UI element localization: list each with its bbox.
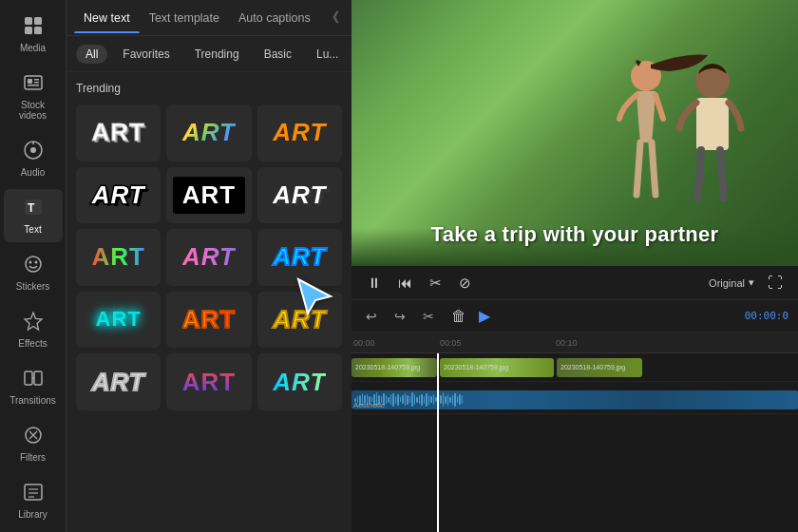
filter-lu[interactable]: Lu... — [307, 45, 348, 64]
sidebar-item-filters[interactable]: Filters — [4, 417, 63, 470]
svg-point-28 — [695, 64, 730, 98]
undo-button[interactable]: ↩ — [361, 307, 382, 326]
timeline-tracks: 20230518-140759.jpg 20230518-140759.jpg … — [352, 353, 798, 532]
sidebar-item-media[interactable]: Media — [4, 8, 63, 61]
art-card-1[interactable]: ART — [76, 104, 161, 162]
art-card-3[interactable]: ART — [257, 104, 342, 162]
track-row-audio: // Generate audio bars inline const wave… — [352, 386, 798, 414]
fullscreen-button[interactable]: ⛶ — [764, 273, 787, 294]
art-card-10[interactable]: ART — [76, 292, 161, 349]
art-grid: ART ART ART ART ART ART AR — [76, 104, 342, 410]
timeline-controls: ↩ ↪ ✂ 🗑 ▶ 00:00:0 — [352, 300, 798, 332]
split-button[interactable]: ⊘ — [455, 273, 475, 294]
play-timeline-button[interactable]: ▶ — [479, 307, 490, 325]
clip-label: 20230518-140759.jpg — [355, 364, 420, 370]
sidebar-item-audio[interactable]: Audio — [4, 132, 63, 185]
track-clip-2[interactable]: 20230518-140759.jpg — [440, 358, 554, 377]
svg-marker-17 — [25, 313, 42, 330]
quality-dropdown-icon: ▾ — [749, 276, 754, 289]
svg-text:T: T — [28, 201, 35, 215]
sidebar-item-label: Effects — [18, 338, 47, 349]
sidebar-item-label: Media — [20, 43, 46, 53]
art-card-5[interactable]: ART — [166, 167, 251, 224]
art-text: ART — [182, 242, 236, 272]
rewind-button[interactable]: ⏮ — [394, 273, 416, 293]
video-controls-bar: ⏸ ⏮ ✂ ⊘ Original ▾ ⛶ — [352, 266, 798, 300]
main-right: Take a trip with your partner ⏸ ⏮ ✂ ⊘ Or… — [352, 0, 798, 532]
tab-new-text[interactable]: New text — [74, 4, 140, 32]
svg-rect-1 — [34, 17, 42, 25]
track-row-clips: 20230518-140759.jpg 20230518-140759.jpg … — [352, 353, 798, 382]
redo-button[interactable]: ↪ — [390, 307, 410, 326]
sidebar-item-effects[interactable]: Effects — [4, 303, 63, 356]
scissors-button[interactable]: ✂ — [426, 273, 446, 294]
track-clip-1[interactable]: 20230518-140759.jpg — [352, 358, 437, 377]
svg-point-14 — [26, 256, 41, 272]
art-text: ART — [182, 305, 236, 334]
sidebar-item-label: Stickers — [16, 281, 50, 292]
filter-all[interactable]: All — [76, 45, 107, 64]
video-background: Take a trip with your partner — [352, 0, 798, 266]
art-card-9[interactable]: ART — [257, 229, 342, 286]
sidebar-item-label: Text — [24, 224, 41, 235]
sidebar-item-transitions[interactable]: Transitions — [4, 360, 63, 413]
filter-favorites[interactable]: Favorites — [113, 45, 179, 64]
art-text: ART — [273, 242, 326, 272]
track-clip-3[interactable]: 20230518-140759.jpg — [557, 358, 642, 377]
art-card-11[interactable]: ART — [166, 292, 251, 349]
art-card-13[interactable]: ART — [76, 353, 161, 410]
tab-auto-captions[interactable]: Auto captions — [229, 4, 320, 32]
art-card-2[interactable]: ART — [166, 104, 251, 162]
svg-rect-4 — [25, 76, 42, 89]
art-card-6[interactable]: ART — [257, 167, 342, 224]
timeline: ↩ ↪ ✂ 🗑 ▶ 00:00:0 00:00 00:05 00:10 2023… — [352, 300, 798, 532]
timeline-ruler: 00:00 00:05 00:10 — [352, 332, 798, 353]
art-text: ART — [96, 307, 142, 332]
library-icon — [23, 482, 44, 505]
stock-videos-icon — [23, 72, 44, 96]
tab-text-template[interactable]: Text template — [140, 4, 229, 32]
pause-button[interactable]: ⏸ — [363, 273, 385, 293]
stickers-icon — [23, 254, 44, 277]
playhead[interactable] — [437, 353, 439, 532]
art-text: ART — [273, 305, 326, 334]
svg-rect-29 — [696, 98, 729, 150]
quality-badge[interactable]: Original ▾ — [709, 276, 754, 289]
art-text: ART — [173, 177, 245, 214]
clip-label: 20230518-140759.jpg — [560, 364, 625, 370]
svg-point-16 — [34, 261, 37, 264]
filter-basic[interactable]: Basic — [255, 45, 301, 64]
quality-label: Original — [709, 277, 745, 289]
time-display: 00:00:0 — [745, 310, 788, 322]
sidebar-item-stock-videos[interactable]: Stock videos — [4, 65, 63, 128]
art-card-12[interactable]: ART — [257, 292, 342, 349]
art-card-15[interactable]: ART — [257, 353, 342, 410]
sidebar-item-stickers[interactable]: Stickers — [4, 246, 63, 299]
couple-scene-svg — [560, 48, 770, 238]
scissors-tl-button[interactable]: ✂ — [418, 307, 439, 326]
audio-track[interactable]: // Generate audio bars inline const wave… — [352, 390, 798, 409]
svg-rect-6 — [28, 85, 39, 86]
text-panel: New text Text template Auto captions 《 A… — [66, 0, 352, 532]
art-card-7[interactable]: ART — [76, 229, 161, 286]
svg-rect-0 — [25, 17, 32, 25]
sidebar-item-library[interactable]: Library — [4, 474, 63, 527]
media-icon — [23, 15, 44, 39]
video-caption: Take a trip with your partner — [352, 222, 798, 247]
audio-icon — [23, 140, 44, 163]
sidebar-item-label: Library — [18, 509, 48, 520]
ruler-mark-2: 00:10 — [556, 338, 578, 348]
filter-trending[interactable]: Trending — [185, 45, 249, 64]
sidebar-item-text[interactable]: T Text — [4, 189, 63, 242]
art-card-14[interactable]: ART — [166, 353, 251, 410]
svg-rect-19 — [34, 371, 42, 385]
svg-rect-3 — [34, 27, 42, 34]
tabs-more-icon[interactable]: 《 — [320, 6, 345, 30]
art-card-8[interactable]: ART — [166, 229, 251, 286]
clip-label: 20230518-140759.jpg — [444, 364, 508, 370]
art-text: ART — [273, 180, 326, 210]
delete-tl-button[interactable]: 🗑 — [446, 306, 471, 327]
video-preview: Take a trip with your partner — [352, 0, 798, 266]
art-text: ART — [182, 368, 236, 397]
art-card-4[interactable]: ART — [76, 167, 161, 224]
